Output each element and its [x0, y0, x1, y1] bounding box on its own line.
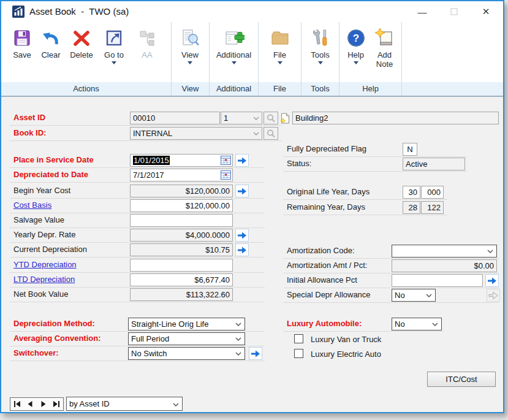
fully-depreciated-field[interactable]: N: [403, 143, 417, 156]
expansion-arrow-icon: [237, 156, 248, 165]
amortization-code-select[interactable]: [392, 245, 497, 258]
special-depr-expansion-button-disabled: [487, 289, 500, 302]
file-button[interactable]: File: [263, 25, 297, 64]
current-depreciation-field[interactable]: $10.75: [130, 243, 233, 256]
maximize-button[interactable]: [438, 1, 470, 22]
toolbar-group-help: ? Help Add Note Help: [339, 22, 402, 96]
luxury-electric-checkbox[interactable]: [294, 349, 303, 358]
sort-by-select[interactable]: by Asset ID: [66, 397, 183, 411]
yearly-depr-rate-field[interactable]: $4,000.0000: [130, 229, 233, 242]
cost-basis-link[interactable]: Cost Basis: [13, 200, 51, 210]
additional-button[interactable]: Additional: [212, 25, 256, 64]
current-depreciation-expansion-button[interactable]: [235, 243, 249, 256]
original-life-days-field[interactable]: 000: [421, 186, 444, 199]
place-in-service-expansion-button[interactable]: [235, 154, 249, 167]
yearly-depr-rate-label: Yearly Depr. Rate: [13, 230, 75, 239]
initial-allowance-expansion-button[interactable]: [485, 274, 499, 287]
begin-year-cost-field[interactable]: $120,000.00: [130, 185, 233, 197]
window-controls: — ✕: [406, 1, 502, 22]
asset-description-field[interactable]: Building2: [292, 112, 499, 124]
initial-allowance-field[interactable]: [392, 274, 483, 287]
nav-first-button[interactable]: [10, 398, 24, 410]
minimize-button[interactable]: —: [406, 1, 438, 22]
depreciation-method-label: Depreciation Method:: [13, 319, 95, 328]
current-depreciation-label: Current Depreciation: [13, 245, 87, 254]
close-button[interactable]: ✕: [470, 1, 502, 22]
cost-basis-field[interactable]: $120,000.00: [130, 199, 233, 212]
remaining-life-years-field[interactable]: 28: [403, 201, 420, 214]
initial-allowance-label: Initial Allowance Pct: [287, 275, 357, 284]
luxury-van-checkbox[interactable]: [294, 334, 303, 343]
special-depr-label: Special Depr Allowance: [287, 290, 371, 299]
calendar-icon[interactable]: [221, 156, 231, 165]
luxury-van-label: Luxury Van or Truck: [311, 335, 381, 344]
asset-id-lookup-button[interactable]: [263, 112, 278, 124]
amortization-amt-field[interactable]: $0.00: [392, 259, 497, 272]
tools-button[interactable]: Tools: [303, 25, 338, 64]
toolbar-group-tools: Tools Tools: [301, 22, 339, 96]
clear-undo-icon: [41, 26, 61, 50]
nav-next-button[interactable]: [37, 398, 50, 410]
aa-button: AA: [130, 25, 164, 59]
status-row: Status: Active: [283, 157, 467, 172]
note-page-icon: [280, 113, 290, 124]
special-depr-select[interactable]: No: [392, 289, 436, 302]
delete-button[interactable]: Delete: [65, 25, 98, 59]
salvage-value-label: Salvage Value: [13, 215, 64, 224]
chevron-down-icon: [173, 403, 179, 407]
amortization-amt-row: Amortization Amt / Pct: $0.00: [283, 259, 499, 273]
averaging-convention-select[interactable]: Full Period: [128, 332, 245, 345]
depreciated-to-input[interactable]: 7/1/2017: [130, 169, 233, 181]
nav-previous-icon: [26, 400, 34, 408]
switchover-expansion-button[interactable]: [249, 347, 262, 360]
window-title: Asset Book - TWO (sa): [29, 6, 129, 17]
goto-dropdown-caret: [112, 61, 116, 64]
chevron-down-icon[interactable]: [253, 116, 259, 120]
special-depr-value: No: [395, 291, 405, 300]
depreciation-method-row: Depreciation Method: Straight-Line Orig …: [10, 317, 265, 332]
nav-previous-button[interactable]: [24, 398, 37, 410]
switchover-select[interactable]: No Switch: [128, 347, 245, 360]
save-button[interactable]: Save: [7, 25, 37, 59]
ytd-depreciation-link[interactable]: YTD Depreciation: [13, 260, 77, 269]
salvage-value-field[interactable]: [130, 214, 233, 227]
begin-year-cost-expansion-button[interactable]: [235, 185, 249, 197]
remaining-life-row: Remaining Year, Days 28 122: [283, 200, 447, 215]
save-floppy-icon: [12, 26, 32, 50]
yearly-depr-rate-expansion-button[interactable]: [235, 229, 249, 242]
aa-hierarchy-icon: [137, 26, 157, 50]
note-attachment-button[interactable]: [279, 112, 291, 124]
current-depreciation-row: Current Depreciation $10.75: [10, 243, 265, 258]
place-in-service-label: Place in Service Date: [13, 155, 94, 164]
clear-button[interactable]: Clear: [37, 25, 65, 59]
status-field[interactable]: Active: [403, 158, 465, 170]
asset-book-window: Asset Book - TWO (sa) — ✕: [0, 0, 504, 413]
goto-button[interactable]: Go to: [98, 25, 130, 64]
place-in-service-input[interactable]: 1/01/2015: [130, 154, 233, 167]
view-button[interactable]: View: [173, 25, 207, 64]
depreciation-method-select[interactable]: Straight-Line Orig Life: [128, 318, 245, 330]
remaining-life-label: Remaining Year, Days: [287, 202, 365, 212]
help-button[interactable]: ? Help: [342, 25, 370, 64]
asset-id-suffix-field[interactable]: 1: [221, 112, 262, 124]
book-id-field[interactable]: INTERNAL: [130, 127, 262, 140]
luxury-automobile-row: Luxury Automobile: No: [283, 317, 444, 332]
itc-cost-button[interactable]: ITC/Cost: [427, 372, 496, 387]
calendar-icon[interactable]: [221, 170, 231, 180]
original-life-years-field[interactable]: 30: [403, 186, 420, 199]
ltd-depreciation-link[interactable]: LTD Depreciation: [13, 275, 75, 284]
chevron-down-icon: [426, 294, 432, 297]
begin-year-cost-label: Begin Year Cost: [13, 186, 70, 195]
ltd-depreciation-field[interactable]: $6,677.40: [130, 273, 233, 286]
fully-depreciated-row: Fully Depreciated Flag N: [283, 142, 467, 157]
net-book-value-field[interactable]: $113,322.60: [130, 288, 233, 301]
remaining-life-days-field[interactable]: 122: [421, 201, 444, 214]
add-note-button[interactable]: Add Note: [370, 25, 400, 69]
svg-text:?: ?: [352, 32, 358, 44]
chevron-down-icon[interactable]: [253, 132, 259, 136]
nav-last-button[interactable]: [50, 398, 64, 410]
book-id-lookup-button[interactable]: [263, 127, 278, 140]
luxury-automobile-select[interactable]: No: [392, 318, 442, 330]
ytd-depreciation-field[interactable]: [130, 259, 233, 272]
asset-id-field[interactable]: 00010: [130, 112, 220, 124]
